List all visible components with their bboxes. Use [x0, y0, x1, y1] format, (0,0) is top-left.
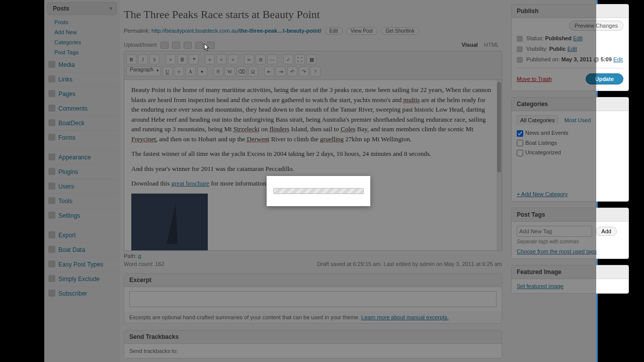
sidebar-item-pages[interactable]: Pages [44, 86, 120, 101]
add-media-icon[interactable] [195, 42, 203, 49]
preview-button[interactable]: Preview Changes [569, 21, 623, 31]
sidebar-item-users[interactable]: Users [44, 179, 120, 194]
justify-button[interactable]: ≡ [174, 66, 184, 76]
pastetext-button[interactable]: ⎘ [213, 66, 223, 76]
path-p[interactable]: p [138, 253, 141, 259]
fullscreen-button[interactable]: ⛶ [295, 54, 305, 64]
format-select[interactable]: Paragraph [126, 66, 161, 76]
charmap-button[interactable]: Ω [248, 66, 258, 76]
strike-button[interactable]: S [149, 54, 159, 64]
sidebar-sub-categories[interactable]: Categories [44, 37, 120, 47]
add-tag-button[interactable]: Add [596, 227, 617, 236]
excerpt-heading[interactable]: Excerpt [124, 274, 502, 287]
tab-html[interactable]: HTML [484, 42, 499, 48]
pasteword-button[interactable]: W [225, 66, 235, 76]
add-audio-icon[interactable] [184, 42, 192, 49]
sidebar-item-export[interactable]: Export [44, 228, 120, 242]
editor-scrollbar[interactable] [497, 80, 502, 251]
sidebar-item-subscriber[interactable]: Subscriber [44, 286, 120, 301]
categories-heading[interactable]: Categories [512, 98, 628, 111]
trackbacks-heading[interactable]: Send Trackbacks [124, 330, 502, 344]
brochure-link[interactable]: great brochure [171, 179, 209, 187]
sidebar-item-comments[interactable]: Comments [44, 101, 120, 116]
sidebar-item-appearance[interactable]: Appearance [44, 150, 120, 164]
indent-button[interactable]: ⇥ [276, 66, 286, 76]
textcolor-button[interactable]: A [186, 66, 196, 76]
loading-modal [267, 176, 370, 206]
outdent-button[interactable]: ⇤ [264, 66, 274, 76]
edit-slug-button[interactable]: Edit [325, 27, 343, 35]
unlink-button[interactable]: ⊘ [256, 54, 266, 64]
users-icon [48, 183, 55, 190]
scrollbar-thumb[interactable] [497, 82, 501, 172]
bold-button[interactable]: B [126, 54, 136, 64]
align-center-button[interactable]: ≡ [216, 54, 226, 64]
more-button[interactable]: — [267, 54, 277, 64]
content-editor[interactable]: Beauty Point is the home of many maritim… [124, 80, 502, 251]
redo-button[interactable]: ↷ [299, 66, 309, 76]
spellcheck-button[interactable]: ✓ [283, 54, 293, 64]
word-count: Word count: 162 [124, 261, 165, 267]
sidebar-item-settings[interactable]: Settings [44, 208, 120, 223]
get-shortlink-button[interactable]: Get Shortlink [381, 27, 419, 35]
eye-icon [517, 46, 523, 52]
edit-visibility[interactable]: Edit [568, 46, 577, 52]
permalink-link[interactable]: http://beautypoint.boatdeck.com.au/the-t… [151, 28, 321, 34]
sidebar-item-tools[interactable]: Tools [44, 194, 120, 208]
sidebar-section-posts[interactable]: Posts ▾ [47, 2, 117, 15]
add-image-icon[interactable] [160, 42, 169, 49]
sidebar-item-forms[interactable]: Forms [44, 130, 120, 145]
edit-date[interactable]: Edit [613, 56, 623, 62]
italic-button[interactable]: I [138, 54, 148, 64]
publish-heading[interactable]: Publish [512, 5, 628, 18]
underline-button[interactable]: U [163, 66, 173, 76]
sidebar-item-media[interactable]: Media [44, 57, 120, 72]
sidebar-item-easyposttypes[interactable]: Easy Post Types [44, 257, 120, 272]
sidebar-sub-posttags[interactable]: Post Tags [44, 47, 120, 57]
sidebar-item-simplyexclude[interactable]: Simply Exclude [44, 272, 120, 286]
visibility-row: Visibility: Public Edit [517, 44, 623, 54]
ul-button[interactable]: ≡ [166, 54, 176, 64]
tab-most-used[interactable]: Most Used [565, 117, 591, 123]
sidebar-item-links[interactable]: Links [44, 72, 120, 86]
data-icon [48, 246, 55, 253]
help-button[interactable]: ? [310, 66, 320, 76]
excerpt-textarea[interactable] [129, 291, 497, 307]
excerpt-metabox: Excerpt Excerpts are optional hand-craft… [124, 273, 502, 324]
textcolor-dropdown[interactable]: ▾ [197, 66, 207, 76]
tab-visual[interactable]: Visual [462, 42, 478, 48]
featured-heading[interactable]: Featured Image [512, 265, 628, 279]
align-left-button[interactable]: ≡ [205, 54, 215, 64]
ol-button[interactable]: ≣ [177, 54, 187, 64]
tag-input[interactable] [517, 226, 592, 237]
category-checkbox[interactable] [517, 130, 523, 137]
update-button[interactable]: Update [586, 73, 623, 84]
add-new-category[interactable]: + Add New Category [517, 191, 623, 197]
edit-status[interactable]: Edit [573, 35, 583, 41]
tab-all-categories[interactable]: All Categories [517, 115, 558, 125]
kitchensink-button[interactable]: ▦ [306, 54, 316, 64]
add-video-icon[interactable] [172, 42, 180, 49]
add-other-icon[interactable] [207, 42, 215, 49]
choose-tags-link[interactable]: Choose from the most used tags [517, 248, 623, 254]
link-button[interactable]: ∞ [244, 54, 254, 64]
sidebar-item-boatdata[interactable]: Boat Data [44, 242, 120, 257]
quote-button[interactable]: ❝ [189, 54, 199, 64]
align-right-button[interactable]: ≡ [228, 54, 238, 64]
post-title[interactable]: The Three Peaks Race starts at Beauty Po… [124, 4, 502, 27]
set-featured-image[interactable]: Set featured image [517, 283, 623, 289]
category-checkbox[interactable] [517, 150, 523, 156]
view-post-button[interactable]: View Post [346, 27, 377, 35]
category-checkbox[interactable] [517, 140, 523, 146]
removeformat-button[interactable]: ⌫ [236, 66, 247, 76]
sidebar-section-label: Posts [53, 5, 69, 12]
excerpt-learn-more[interactable]: Learn more about manual excerpts. [361, 314, 449, 320]
sidebar-sub-addnew[interactable]: Add New [44, 27, 120, 37]
undo-button[interactable]: ↶ [287, 66, 297, 76]
move-to-trash[interactable]: Move to Trash [517, 76, 552, 82]
inserted-image[interactable] [131, 194, 208, 251]
sidebar-item-plugins[interactable]: Plugins [44, 164, 120, 179]
posttags-heading[interactable]: Post Tags [512, 208, 628, 222]
sidebar-item-boatdeck[interactable]: BoatDeck [44, 116, 120, 130]
sidebar-sub-posts[interactable]: Posts [44, 17, 120, 27]
